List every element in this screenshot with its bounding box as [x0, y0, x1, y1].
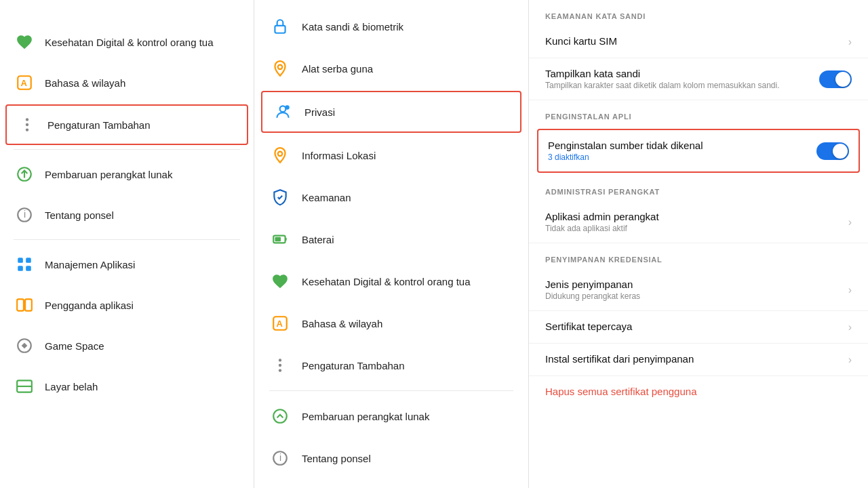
security-label: Keamanan	[302, 192, 351, 203]
software-update2-icon	[269, 405, 291, 427]
digital-health-label: Kesehatan Digital & kontrol orang tua	[45, 37, 214, 48]
utilities-icon	[269, 58, 291, 79]
right-item-unknown-sources[interactable]: Penginstalan sumber tidak dikenal3 diakt…	[537, 129, 860, 173]
about-phone-icon: i	[14, 204, 35, 226]
language-label: Bahasa & wilayah	[45, 77, 125, 89]
section-header-app-installation: PENGINSTALAN APLI	[529, 100, 868, 126]
split-screen-label: Layar belah	[45, 381, 98, 392]
left-item-app-management[interactable]: Manajemen Aplikasi	[0, 244, 254, 285]
mid-item-privacy[interactable]: Privasi	[261, 91, 521, 133]
show-password-toggle[interactable]	[819, 70, 852, 88]
left-panel: Kesehatan Digital & kontrol orang tuaABa…	[0, 0, 254, 488]
section-app-installation: PENGINSTALAN APLIPenginstalan sumber tid…	[529, 100, 868, 173]
language2-label: Bahasa & wilayah	[302, 318, 382, 329]
section-device-admin: ADMINISTRASI PERANGKATAplikasi admin per…	[529, 176, 868, 243]
utilities-label: Alat serba guna	[302, 63, 373, 75]
game-space-icon	[14, 335, 35, 357]
privacy-icon	[272, 101, 294, 123]
mid-item-additional2[interactable]: Pengaturan Tambahan	[254, 344, 528, 386]
left-item-about-phone[interactable]: iTentang ponsel	[0, 195, 254, 235]
additional-settings-label: Pengaturan Tambahan	[47, 119, 151, 131]
device-admin-apps-chevron: ›	[848, 216, 852, 228]
software-update2-label: Pembaruan perangkat lunak	[302, 411, 429, 422]
svg-rect-10	[18, 266, 23, 271]
location-info-icon	[269, 144, 291, 166]
svg-text:A: A	[277, 319, 283, 329]
left-item-software-update[interactable]: Pembaruan perangkat lunak	[0, 154, 254, 195]
show-password-subtitle: Tampilkan karakter saat diketik dalam ko…	[545, 81, 819, 90]
right-item-clear-all-certs[interactable]: Hapus semua sertifikat pengguna	[529, 376, 868, 407]
svg-point-18	[278, 65, 283, 70]
location-info-label: Informasi Lokasi	[302, 150, 376, 161]
about-phone2-label: Tentang ponsel	[302, 453, 371, 464]
mid-item-password-biometric[interactable]: Kata sandi & biometrik	[254, 5, 528, 47]
left-divider	[14, 239, 240, 240]
app-cloner-label: Pengganda aplikasi	[45, 300, 134, 311]
app-cloner-icon	[14, 294, 35, 316]
app-management-label: Manajemen Aplikasi	[45, 259, 135, 270]
svg-rect-24	[275, 237, 281, 242]
password-biometric-label: Kata sandi & biometrik	[302, 21, 403, 33]
left-divider	[14, 149, 240, 150]
mid-item-utilities[interactable]: Alat serba guna	[254, 47, 528, 89]
storage-type-chevron: ›	[848, 284, 852, 296]
software-update-icon	[14, 163, 35, 185]
device-admin-apps-subtitle: Tidak ada aplikasi aktif	[545, 224, 843, 233]
right-panel: KEAMANAN KATA SANDIKunci kartu SIM›Tampi…	[529, 0, 868, 488]
install-from-storage-title: Instal sertifikat dari penyimpanan	[545, 353, 843, 365]
right-item-install-from-storage[interactable]: Instal sertifikat dari penyimpanan›	[529, 344, 868, 376]
security-icon	[269, 186, 291, 208]
mid-item-location-info[interactable]: Informasi Lokasi	[254, 134, 528, 176]
left-item-game-space[interactable]: Game Space	[0, 325, 254, 366]
storage-type-subtitle: Didukung perangkat keras	[545, 291, 843, 301]
section-security-password: KEAMANAN KATA SANDIKunci kartu SIM›Tampi…	[529, 0, 868, 100]
battery-label: Baterai	[302, 234, 334, 245]
left-panel-title	[0, 0, 254, 22]
svg-rect-13	[25, 299, 32, 310]
section-header-credential-storage: PENYIMPANAN KREDENSIAL	[529, 243, 868, 269]
mid-item-digital-health2[interactable]: Kesehatan Digital & kontrol orang tua	[254, 260, 528, 302]
mid-item-security[interactable]: Keamanan	[254, 176, 528, 218]
svg-rect-17	[275, 26, 285, 33]
about-phone2-icon: i	[269, 447, 291, 469]
battery-icon	[269, 228, 291, 250]
right-item-show-password[interactable]: Tampilkan kata sandiTampilkan karakter s…	[529, 58, 868, 100]
svg-text:A: A	[21, 78, 28, 88]
mid-item-software-update2[interactable]: Pembaruan perangkat lunak	[254, 395, 528, 437]
mid-item-battery[interactable]: Baterai	[254, 218, 528, 260]
left-item-app-cloner[interactable]: Pengganda aplikasi	[0, 285, 254, 325]
right-item-trusted-certs[interactable]: Sertifikat tepercaya›	[529, 311, 868, 344]
right-item-sim-lock[interactable]: Kunci kartu SIM›	[529, 26, 868, 58]
svg-point-27	[279, 359, 281, 361]
right-item-device-admin-apps[interactable]: Aplikasi admin perangkatTidak ada aplika…	[529, 201, 868, 243]
unknown-sources-subtitle: 3 diaktifkan	[548, 152, 816, 162]
svg-text:i: i	[24, 209, 26, 220]
middle-panel: Kata sandi & biometrikAlat serba gunaPri…	[254, 0, 529, 488]
left-item-additional-settings[interactable]: Pengaturan Tambahan	[5, 104, 248, 145]
mid-item-language2[interactable]: ABahasa & wilayah	[254, 302, 528, 344]
install-from-storage-chevron: ›	[848, 354, 852, 366]
additional2-label: Pengaturan Tambahan	[302, 360, 405, 371]
trusted-certs-title: Sertifikat tepercaya	[545, 321, 843, 332]
svg-point-2	[26, 118, 28, 121]
left-item-digital-health[interactable]: Kesehatan Digital & kontrol orang tua	[0, 22, 254, 62]
privacy-label: Privasi	[304, 106, 335, 118]
svg-rect-8	[18, 258, 23, 263]
additional2-icon	[269, 354, 291, 376]
split-screen-icon	[14, 375, 35, 397]
svg-text:i: i	[279, 452, 281, 463]
digital-health2-label: Kesehatan Digital & kontrol orang tua	[302, 276, 471, 287]
sim-lock-title: Kunci kartu SIM	[545, 35, 843, 47]
storage-type-title: Jenis penyimpanan	[545, 279, 843, 290]
section-credential-storage: PENYIMPANAN KREDENSIALJenis penyimpananD…	[529, 243, 868, 407]
unknown-sources-toggle[interactable]	[816, 142, 849, 160]
password-biometric-icon	[269, 16, 291, 37]
svg-point-3	[26, 123, 28, 126]
mid-item-about-phone2[interactable]: iTentang ponsel	[254, 437, 528, 479]
digital-health2-icon	[269, 270, 291, 292]
right-item-storage-type[interactable]: Jenis penyimpananDidukung perangkat kera…	[529, 269, 868, 311]
left-item-language[interactable]: ABahasa & wilayah	[0, 62, 254, 103]
left-item-split-screen[interactable]: Layar belah	[0, 366, 254, 407]
device-admin-apps-title: Aplikasi admin perangkat	[545, 211, 843, 222]
unknown-sources-title: Penginstalan sumber tidak dikenal	[548, 140, 816, 151]
